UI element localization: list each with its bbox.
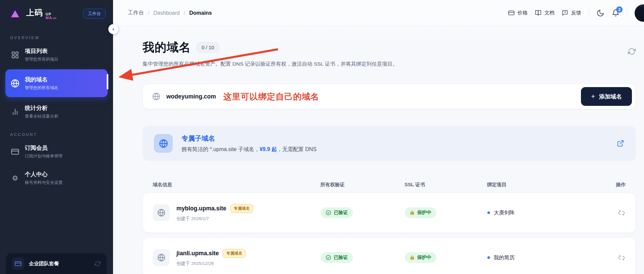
brand-name: 上码 <box>26 7 43 18</box>
topbar: 工作台 / Dashboard / Domains 价格 文档 <box>113 0 644 26</box>
created-date: 创建于 2025/12/26 <box>176 261 246 267</box>
actions-cell <box>602 209 625 216</box>
globe-icon <box>11 79 19 88</box>
breadcrumb-dashboard[interactable]: Dashboard <box>153 10 179 16</box>
feedback-link[interactable]: 反馈 <box>562 10 581 16</box>
section-account-label: ACCOUNT <box>0 132 113 137</box>
promo-text: 专属子域名 拥有简洁的 *.upma.site 子域名，¥9.9 起，无需配置 … <box>181 134 317 153</box>
docs-link[interactable]: 文档 <box>535 10 554 16</box>
title-row: 我的域名 0 / 10 <box>143 40 636 55</box>
chevron-left-icon: ‹ <box>112 26 114 32</box>
logo[interactable]: 上码 UP MA.cn 工作台 <box>0 0 113 27</box>
promo-title: 专属子域名 <box>181 134 317 143</box>
logo-mark-icon <box>8 7 22 21</box>
dark-mode-toggle[interactable] <box>596 9 604 17</box>
divider <box>589 9 589 17</box>
notifications-button[interactable]: 2 <box>612 9 620 17</box>
add-domain-card: wodeyuming.com 这里可以绑定自己的域名 + 添加域名 <box>143 84 636 109</box>
sidebar-nav: 项目列表 管理您所有的项目 我的域名 管理您的所有域名 统计分析 查看全站流量分… <box>0 43 113 124</box>
col-ownership: 所有权验证 <box>320 182 405 188</box>
owned-domain-badge: 专属域名 <box>223 249 246 258</box>
domain-cell: jianli.upma.site 专属域名 创建于 2025/12/26 <box>153 249 321 267</box>
add-domain-button[interactable]: + 添加域名 <box>581 87 632 106</box>
bar-chart-icon <box>11 108 19 116</box>
globe-icon <box>152 92 160 100</box>
col-domain-info: 域名信息 <box>153 182 320 188</box>
user-avatar[interactable] <box>635 4 644 22</box>
check-circle-icon <box>326 210 331 215</box>
project-name: 我的简历 <box>494 254 515 261</box>
gear-icon: ⚙ <box>11 175 19 182</box>
sidebar-item-subtitle: 订阅计划与账单管理 <box>25 153 63 159</box>
sidebar-item-title: 统计分析 <box>25 104 58 112</box>
plus-icon: + <box>591 93 595 100</box>
sidebar: 上码 UP MA.cn 工作台 OVERVIEW 项目列表 管理您所有的项目 我… <box>0 0 113 274</box>
protected-badge: 保护中 <box>405 207 436 218</box>
created-date: 创建于 2026/1/7 <box>176 216 253 222</box>
sidebar-nav-account: 订阅会员 订阅计划与账单管理 ⚙ 个人中心 账号资料与安全设置 <box>0 140 113 190</box>
message-icon <box>562 10 568 16</box>
verified-badge: 已验证 <box>321 252 353 263</box>
workspace-badge[interactable]: 工作台 <box>83 9 106 19</box>
promo-description: 拥有简洁的 *.upma.site 子域名，¥9.9 起，无需配置 DNS <box>181 146 317 153</box>
sidebar-item-domains[interactable]: 我的域名 管理您的所有域名 <box>5 69 108 97</box>
project-name: 大庚剑阵 <box>494 209 515 216</box>
globe-icon <box>153 204 170 221</box>
col-project: 绑定项目 <box>487 182 602 188</box>
section-overview-label: OVERVIEW <box>0 36 113 40</box>
pricing-link[interactable]: 价格 <box>508 10 528 16</box>
team-plan-title: 企业团队套餐 <box>29 261 59 267</box>
moon-icon <box>596 9 604 17</box>
protected-badge: 保护中 <box>405 252 436 263</box>
notification-count-badge: 2 <box>616 6 623 13</box>
domain-name: jianli.upma.site <box>176 250 219 257</box>
sidebar-item-projects[interactable]: 项目列表 管理您所有的项目 <box>5 43 108 67</box>
divider <box>627 9 627 17</box>
domain-cell: myblog.upma.site 专属域名 创建于 2026/1/7 <box>153 204 321 222</box>
quota-badge: 0 / 10 <box>197 42 219 53</box>
sidebar-collapse-button[interactable]: ‹ <box>108 24 118 34</box>
ownership-cell: 已验证 <box>321 252 405 263</box>
unlink-icon[interactable] <box>618 254 625 261</box>
book-icon <box>535 10 541 16</box>
page-title: 我的域名 <box>143 40 191 55</box>
actions-cell <box>602 254 625 261</box>
verified-badge: 已验证 <box>321 207 353 218</box>
table-header: 域名信息 所有权验证 SSL 证书 绑定项目 操作 <box>143 182 636 188</box>
domain-input[interactable]: wodeyuming.com <box>166 93 216 100</box>
lock-icon <box>410 255 415 260</box>
sidebar-item-subtitle: 账号资料与安全设置 <box>25 180 63 186</box>
sidebar-item-analytics[interactable]: 统计分析 查看全站流量分析 <box>5 100 108 124</box>
topbar-actions: 价格 文档 反馈 <box>508 4 644 22</box>
annotation-text: 这里可以绑定自己的域名 <box>223 91 319 102</box>
col-actions: 操作 <box>602 182 626 188</box>
col-ssl: SSL 证书 <box>405 182 487 188</box>
refresh-icon[interactable] <box>95 261 101 267</box>
main-area: 工作台 / Dashboard / Domains 价格 文档 <box>113 0 644 274</box>
breadcrumb-workspace[interactable]: 工作台 <box>128 9 144 16</box>
page-content: 我的域名 0 / 10 集中管理您的所有品牌域名资产。配置 DNS 记录以验证所… <box>113 26 644 274</box>
breadcrumb-domains: Domains <box>189 10 212 16</box>
sidebar-item-title: 我的域名 <box>25 76 58 83</box>
project-cell: 大庚剑阵 <box>487 209 602 216</box>
status-dot <box>487 256 490 259</box>
grid-icon <box>11 51 19 59</box>
refresh-icon[interactable] <box>628 48 636 55</box>
unlink-icon[interactable] <box>618 209 625 216</box>
status-dot <box>487 211 490 214</box>
subdomain-promo-banner: 专属子域名 拥有简洁的 *.upma.site 子域名，¥9.9 起，无需配置 … <box>143 126 636 161</box>
sidebar-item-profile[interactable]: ⚙ 个人中心 账号资料与安全设置 <box>5 166 108 190</box>
credit-card-icon <box>11 148 19 156</box>
sidebar-item-title: 订阅会员 <box>25 144 63 152</box>
sidebar-scrollbar-thumb[interactable] <box>107 74 108 89</box>
project-cell: 我的简历 <box>487 254 602 261</box>
globe-icon <box>153 249 170 266</box>
external-link-icon[interactable] <box>617 140 624 147</box>
team-plan-card[interactable]: 企业团队套餐 <box>6 253 107 274</box>
credit-card-icon <box>12 258 24 270</box>
sidebar-item-subtitle: 管理您所有的项目 <box>25 57 58 62</box>
sidebar-item-title: 个人中心 <box>25 170 63 178</box>
logo-text: 上码 UP MA.cn <box>26 7 56 20</box>
sidebar-item-subscription[interactable]: 订阅会员 订阅计划与账单管理 <box>5 140 108 163</box>
ssl-cell: 保护中 <box>405 252 487 263</box>
